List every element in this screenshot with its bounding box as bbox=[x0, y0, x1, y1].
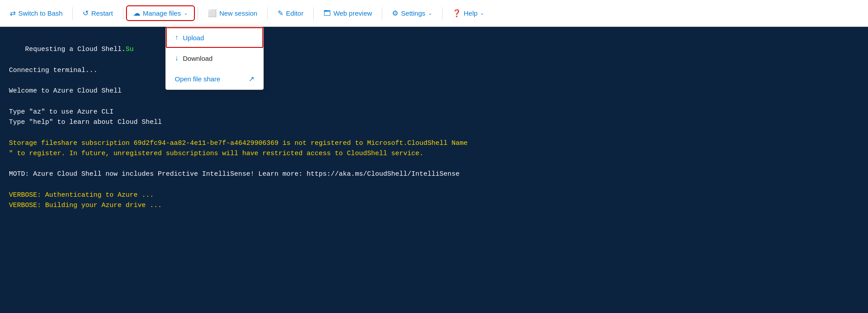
term-warning-1: Storage fileshare subscription 69d2fc94-… bbox=[9, 138, 859, 148]
separator-6 bbox=[382, 7, 382, 20]
separator-5 bbox=[313, 7, 314, 20]
term-line-1: Requesting a Cloud Shell.Su bbox=[9, 34, 859, 65]
web-preview-button[interactable]: 🗔 Web preview bbox=[317, 7, 378, 20]
term-blank-3 bbox=[9, 127, 859, 138]
help-chevron: ⌄ bbox=[480, 10, 484, 16]
switch-to-bash-button[interactable]: ⇄ Switch to Bash bbox=[4, 6, 69, 20]
term-line-7: Type "help" to learn about Cloud Shell bbox=[9, 117, 859, 127]
switch-to-bash-label: Switch to Bash bbox=[18, 9, 63, 17]
term-motd: MOTD: Azure Cloud Shell now includes Pre… bbox=[9, 169, 859, 179]
restart-icon: ↺ bbox=[83, 9, 88, 17]
upload-menu-item[interactable]: ↑ Upload bbox=[166, 27, 263, 48]
toolbar: ⇄ Switch to Bash ↺ Restart ☁ Manage file… bbox=[0, 0, 868, 27]
new-session-label: New session bbox=[219, 9, 257, 17]
open-file-share-menu-item[interactable]: Open file share ↗ bbox=[166, 68, 263, 89]
switch-icon: ⇄ bbox=[10, 9, 16, 17]
terminal-area[interactable]: Requesting a Cloud Shell.Su Connecting t… bbox=[0, 27, 868, 313]
editor-icon: ✎ bbox=[278, 9, 283, 17]
web-preview-label: Web preview bbox=[333, 9, 372, 17]
term-blank-2 bbox=[9, 97, 859, 107]
web-preview-icon: 🗔 bbox=[324, 9, 331, 17]
term-line-6: Type "az" to use Azure CLI bbox=[9, 107, 859, 117]
upload-icon: ↑ bbox=[175, 34, 178, 42]
help-button[interactable]: ❓ Help ⌄ bbox=[446, 6, 491, 20]
term-blank-5 bbox=[9, 180, 859, 190]
upload-label: Upload bbox=[183, 34, 204, 42]
help-icon: ❓ bbox=[452, 9, 461, 17]
editor-button[interactable]: ✎ Editor bbox=[271, 6, 310, 20]
separator-7 bbox=[442, 7, 442, 20]
term-blank-4 bbox=[9, 159, 859, 169]
term-verbose-2: VERBOSE: Building your Azure drive ... bbox=[9, 200, 859, 211]
new-session-button[interactable]: ⬜ New session bbox=[202, 6, 264, 20]
external-link-icon: ↗ bbox=[249, 75, 254, 83]
new-session-icon: ⬜ bbox=[208, 9, 217, 17]
manage-files-button[interactable]: ☁ Manage files ⌄ bbox=[127, 6, 194, 20]
restart-button[interactable]: ↺ Restart bbox=[76, 6, 119, 20]
editor-label: Editor bbox=[286, 9, 303, 17]
download-menu-item[interactable]: ↓ Download bbox=[166, 48, 263, 68]
download-label: Download bbox=[183, 55, 213, 62]
separator-4 bbox=[267, 7, 268, 20]
manage-files-dropdown: ↑ Upload ↓ Download Open file share ↗ bbox=[165, 27, 264, 90]
separator-3 bbox=[198, 7, 198, 20]
settings-label: Settings bbox=[401, 9, 425, 17]
download-icon: ↓ bbox=[175, 54, 178, 62]
term-verbose-1: VERBOSE: Authenticating to Azure ... bbox=[9, 190, 859, 200]
manage-files-icon: ☁ bbox=[133, 9, 140, 17]
settings-button[interactable]: ⚙ Settings ⌄ bbox=[386, 6, 438, 20]
term-line-2: Connecting terminal... bbox=[9, 65, 859, 76]
open-file-share-label: Open file share bbox=[175, 75, 220, 83]
term-line-4: Welcome to Azure Cloud Shell bbox=[9, 86, 859, 96]
manage-files-label: Manage files bbox=[143, 9, 181, 17]
help-label: Help bbox=[464, 9, 478, 17]
term-blank-1 bbox=[9, 76, 859, 86]
term-line-1-green: Su bbox=[126, 46, 134, 53]
settings-chevron: ⌄ bbox=[428, 10, 432, 16]
term-line-1-white: Requesting a Cloud Shell. bbox=[25, 46, 126, 53]
separator-1 bbox=[72, 7, 73, 20]
restart-label: Restart bbox=[91, 9, 113, 17]
separator-2 bbox=[123, 7, 123, 20]
term-warning-2: " to register. In future, unregistered s… bbox=[9, 148, 859, 159]
manage-files-chevron: ⌄ bbox=[184, 10, 188, 16]
settings-icon: ⚙ bbox=[392, 9, 398, 17]
